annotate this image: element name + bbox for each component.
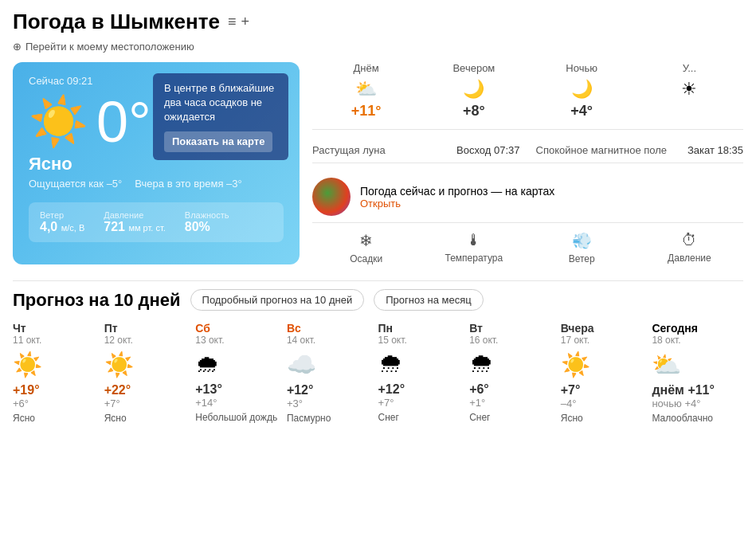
day-desc: Ясно [104,413,127,425]
day-high: днём +11° [652,383,715,397]
location-circle-icon: ⊕ [13,41,22,53]
day-high: +12° [287,383,314,397]
day-weather-icon: ☀️ [561,350,590,378]
sun-icon: ☀️ [29,98,88,146]
day-low: +1° [469,397,485,409]
forecast-day[interactable]: Пн 15 окт. 🌨 +12° +7° Снег [378,322,470,425]
day-date: 13 окт. [195,335,224,346]
period-item: У... ☀ [636,62,743,119]
wind-detail: Ветер 4,0 м/с, В [40,210,84,234]
day-name: Пт [104,322,118,335]
wtype-label: Давление [668,253,711,264]
moon-val: Закат 18:35 [687,144,743,156]
day-name: Сб [195,322,210,335]
day-weather-icon: 🌨 [469,350,493,378]
moon-key: Растущая луна [312,144,386,156]
weather-type-item[interactable]: ❄ Осадки [312,231,420,264]
day-name: Чт [13,322,26,335]
map-promo-text: Погода сейчас и прогноз — на картах Откр… [360,185,554,210]
moon-row: Спокойное магнитное поле Закат 18:35 [536,144,744,156]
forecast-day[interactable]: Чт 11 окт. ☀️ +19° +6° Ясно [13,322,104,425]
day-name: Вт [469,322,483,335]
map-open-link[interactable]: Открыть [360,198,554,210]
forecast-title: Прогноз на 10 дней [13,290,181,311]
day-name: Сегодня [652,322,697,335]
forecast-section: Прогноз на 10 дней Подробный прогноз на … [13,289,743,425]
wtype-label: Ветер [569,253,595,264]
detailed-forecast-button[interactable]: Подробный прогноз на 10 дней [190,289,365,311]
day-desc: Ясно [561,413,583,425]
weather-details: Ветер 4,0 м/с, В Давление 721 мм рт. ст.… [29,202,284,242]
day-high: +6° [469,382,489,397]
day-low: –4° [561,397,577,409]
add-icon[interactable]: + [241,14,249,30]
feels-like: Ощущается как –5° Вчера в это время –3° [29,178,284,190]
period-icon: ⛅ [312,79,420,100]
forecast-header: Прогноз на 10 дней Подробный прогноз на … [13,289,743,311]
period-item: Ночью 🌙 +4° [528,62,636,119]
monthly-forecast-button[interactable]: Прогноз на месяц [374,289,484,311]
show-on-map-button[interactable]: Показать на карте [164,131,272,152]
day-weather-icon: 🌧 [195,350,219,378]
day-desc: Снег [469,412,490,425]
day-weather-icon: ☀️ [104,350,134,378]
forecast-day[interactable]: Сб 13 окт. 🌧 +13° +14° Небольшой дождь [195,322,287,425]
day-desc: Малооблачно [652,413,713,425]
day-name: Пн [378,322,394,335]
period-label: Вечером [420,62,527,74]
day-low: +14° [195,397,217,409]
day-weather-icon: ☁️ [287,350,316,378]
right-panel: Днём ⛅ +11° Вечером 🌙 +8° Ночью 🌙 +4° У.… [312,62,743,264]
main-card: Сейчас 09:21 ☀️ 0° Ясно Ощущается как –5… [13,62,743,264]
wtype-icon: ⏱ [681,231,697,249]
wind-value: 4,0 м/с, В [40,220,84,234]
day-name: Вчера [561,322,594,335]
period-item: Днём ⛅ +11° [312,62,420,119]
day-date: 18 окт. [652,335,680,346]
humidity-value: 80% [185,220,229,234]
moon-key: Спокойное магнитное поле [536,144,668,156]
current-weather-card: Сейчас 09:21 ☀️ 0° Ясно Ощущается как –5… [13,62,300,264]
day-low: +7° [378,397,394,409]
day-date: 12 окт. [104,335,133,346]
feels-like-text: Ощущается как –5° [29,178,122,190]
day-date: 17 окт. [561,335,590,346]
period-label: У... [636,62,743,74]
wtype-icon: 🌡 [466,231,482,249]
forecast-day[interactable]: Вт 16 окт. 🌨 +6° +1° Снег [469,322,561,425]
weather-type-item[interactable]: 💨 Ветер [528,231,636,264]
moon-info: Растущая луна Восход 07:37 Спокойное маг… [312,138,743,163]
day-high: +19° [13,383,40,397]
page-header: Погода в Шымкенте ≡ + [13,10,743,34]
day-periods: Днём ⛅ +11° Вечером 🌙 +8° Ночью 🌙 +4° У.… [312,62,743,130]
day-low: +3° [287,397,303,409]
current-temp: 0° [96,93,151,151]
day-date: 14 окт. [287,335,315,346]
wtype-icon: ❄ [359,231,373,250]
period-temp: +4° [528,103,636,119]
forecast-day[interactable]: Сегодня 18 окт. ⛅ днём +11° ночью +4° Ма… [652,322,743,425]
forecast-day[interactable]: Пт 12 окт. ☀️ +22° +7° Ясно [104,322,196,425]
day-high: +22° [104,383,131,397]
day-date: 16 окт. [469,335,498,346]
weather-type-item[interactable]: 🌡 Температура [420,231,527,264]
period-label: Ночью [528,62,636,74]
weather-type-item[interactable]: ⏱ Давление [636,231,743,264]
day-date: 15 окт. [378,335,407,346]
wtype-icon: 💨 [572,231,592,250]
page-title: Погода в Шымкенте [13,10,220,34]
day-high: +13° [195,382,222,397]
moon-val: Восход 07:37 [456,144,519,156]
location-link[interactable]: ⊕ Перейти к моему местоположению [13,41,743,53]
day-desc: Небольшой дождь [195,412,277,425]
forecast-day[interactable]: Вс 14 окт. ☁️ +12° +3° Пасмурно [287,322,378,425]
weather-types-row: ❄ Осадки 🌡 Температура 💨 Ветер ⏱ Давлени… [312,231,743,264]
day-high: +12° [378,382,405,397]
day-high: +7° [561,383,581,397]
forecast-popup: В центре в ближайшие два часа осадков не… [153,73,288,160]
day-weather-icon: 🌨 [378,350,402,378]
day-desc: Снег [378,412,399,425]
period-item: Вечером 🌙 +8° [420,62,527,119]
list-icon[interactable]: ≡ [228,14,237,30]
forecast-day[interactable]: Вчера 17 окт. ☀️ +7° –4° Ясно [561,322,652,425]
